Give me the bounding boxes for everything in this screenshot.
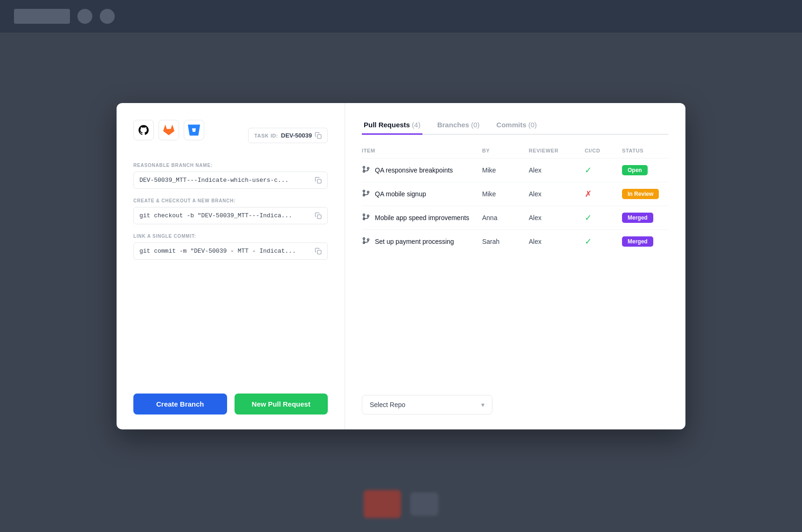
col-by: BY: [482, 148, 529, 153]
left-panel: TASK ID: DEV-50039 REASONABLE BRANCH NAM…: [117, 103, 345, 429]
row-by-3: Anna: [482, 214, 529, 221]
row-item-3: Mobile app speed improvements: [362, 213, 482, 223]
bottom-area: [0, 476, 802, 532]
commit-input-row: git commit -m "DEV-50039 - MTT - Indicat…: [133, 242, 328, 260]
table-rows: QA responsive breakpoints Mike Alex ✓ Op…: [362, 159, 669, 386]
new-pull-request-button[interactable]: New Pull Request: [235, 394, 328, 415]
tab-pull-requests[interactable]: Pull Requests (4): [362, 116, 422, 135]
row-status-3: Merged: [622, 213, 669, 223]
col-cicd: CI/CD: [585, 148, 622, 153]
top-bar-icon-2: [100, 9, 115, 24]
ci-pass-1: ✓: [585, 165, 622, 175]
create-branch-button[interactable]: Create Branch: [133, 394, 227, 415]
commit-value: git commit -m "DEV-50039 - MTT - Indicat…: [139, 248, 311, 255]
table-header: ITEM BY REVIEWER CI/CD STATUS: [362, 148, 669, 159]
top-bar-logo: [14, 9, 70, 24]
col-item: ITEM: [362, 148, 482, 153]
svg-point-19: [367, 238, 369, 240]
task-id-value: DEV-50039: [281, 132, 312, 139]
svg-point-15: [367, 214, 369, 216]
branch-name-value: DEV-50039_MTT---Indicate-which-users-c..…: [139, 177, 311, 184]
copy-checkout-button[interactable]: [315, 212, 322, 219]
svg-point-16: [363, 237, 365, 239]
row-by-2: Mike: [482, 190, 529, 198]
checkout-label: CREATE & CHECKOUT A NEW BRANCH:: [133, 198, 328, 203]
checkout-input-row: git checkout -b "DEV-50039_MTT---Indica.…: [133, 207, 328, 224]
row-reviewer-1: Alex: [529, 166, 585, 174]
gitlab-icon[interactable]: [159, 120, 179, 140]
row-by-1: Mike: [482, 166, 529, 174]
row-item-2: QA mobile signup: [362, 189, 482, 199]
pr-icon: [362, 236, 370, 247]
row-status-4: Merged: [622, 236, 669, 247]
table-row: QA mobile signup Mike Alex ✗ In Review: [362, 182, 669, 206]
copy-commit-button[interactable]: [315, 248, 322, 255]
top-bar-icon-1: [77, 9, 92, 24]
task-id-box: TASK ID: DEV-50039: [248, 128, 328, 143]
task-id-label: TASK ID:: [254, 133, 278, 138]
tab-branches[interactable]: Branches (0): [436, 116, 482, 135]
copy-task-id-button[interactable]: [315, 132, 322, 139]
col-status: STATUS: [622, 148, 669, 153]
right-panel: Pull Requests (4) Branches (0) Commits (…: [345, 103, 685, 429]
pr-icon: [362, 189, 370, 199]
svg-rect-3: [318, 250, 321, 254]
row-reviewer-2: Alex: [529, 190, 585, 198]
copy-branch-name-button[interactable]: [315, 177, 322, 184]
bitbucket-icon[interactable]: [184, 120, 204, 140]
svg-rect-1: [318, 179, 321, 183]
svg-rect-2: [318, 214, 321, 218]
svg-point-11: [367, 191, 369, 193]
provider-icons: [133, 120, 204, 140]
svg-point-7: [367, 167, 369, 169]
ci-pass-4: ✓: [585, 236, 622, 247]
ci-fail-2: ✗: [585, 189, 622, 199]
col-reviewer: REVIEWER: [529, 148, 585, 153]
tabs-row: Pull Requests (4) Branches (0) Commits (…: [362, 116, 669, 135]
row-reviewer-3: Alex: [529, 214, 585, 221]
row-reviewer-4: Alex: [529, 238, 585, 245]
table-row: QA responsive breakpoints Mike Alex ✓ Op…: [362, 159, 669, 182]
row-by-4: Sarah: [482, 238, 529, 245]
pr-icon: [362, 165, 370, 175]
row-item-1: QA responsive breakpoints: [362, 165, 482, 175]
action-buttons: Create Branch New Pull Request: [133, 394, 328, 415]
pr-icon: [362, 213, 370, 223]
row-status-1: Open: [622, 165, 669, 175]
commit-label: LINK A SINGLE COMMIT:: [133, 234, 328, 239]
top-bar: [0, 0, 802, 33]
bottom-blurred-1: [364, 490, 401, 518]
tab-commits[interactable]: Commits (0): [495, 116, 539, 135]
select-repo-dropdown[interactable]: Select Repo ▾: [362, 395, 492, 415]
table-row: Set up payment processing Sarah Alex ✓ M…: [362, 230, 669, 253]
branch-name-label: REASONABLE BRANCH NAME:: [133, 163, 328, 168]
ci-pass-3: ✓: [585, 213, 622, 223]
modal: TASK ID: DEV-50039 REASONABLE BRANCH NAM…: [117, 103, 685, 429]
svg-rect-0: [318, 135, 321, 138]
row-item-4: Set up payment processing: [362, 236, 482, 247]
github-icon[interactable]: [133, 120, 154, 140]
select-repo-label: Select Repo: [370, 401, 405, 408]
checkout-value: git checkout -b "DEV-50039_MTT---Indica.…: [139, 212, 311, 219]
header-row: TASK ID: DEV-50039: [133, 120, 328, 152]
svg-point-4: [363, 166, 365, 168]
branch-name-input-row: DEV-50039_MTT---Indicate-which-users-c..…: [133, 172, 328, 189]
svg-point-8: [363, 190, 365, 192]
bottom-blurred-2: [410, 492, 438, 516]
table-row: Mobile app speed improvements Anna Alex …: [362, 206, 669, 230]
svg-point-12: [363, 214, 365, 215]
select-repo-row: Select Repo ▾: [362, 386, 669, 415]
row-status-2: In Review: [622, 189, 669, 199]
chevron-down-icon: ▾: [481, 401, 484, 408]
